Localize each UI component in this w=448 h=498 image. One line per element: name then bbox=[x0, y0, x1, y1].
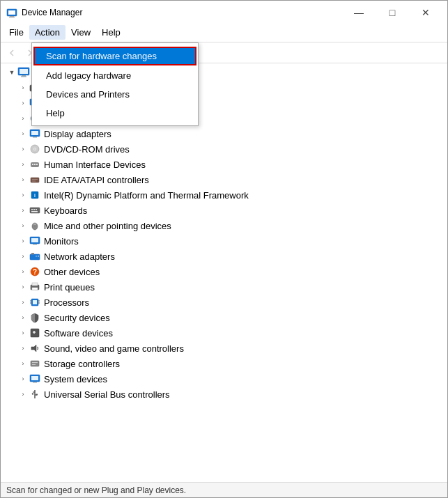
dropdown-devices-printers[interactable]: Devices and Printers bbox=[32, 85, 198, 104]
item-label-6: IDE ATA/ATAPI controllers bbox=[44, 175, 149, 185]
maximize-button[interactable]: □ bbox=[376, 4, 408, 21]
app-icon bbox=[6, 7, 17, 18]
tree-item[interactable]: › ? Other devices bbox=[1, 264, 447, 279]
item-icon-monitor bbox=[29, 235, 41, 247]
expand-icon-8: › bbox=[17, 205, 29, 216]
minimize-button[interactable]: — bbox=[343, 4, 375, 21]
item-label-13: Print queues bbox=[44, 282, 95, 293]
tree-item[interactable]: › Network adapters bbox=[1, 249, 447, 264]
tree-item[interactable]: › Universal Serial Bus controllers bbox=[1, 387, 447, 402]
item-icon-other: ? bbox=[29, 265, 41, 278]
expand-icon-12: › bbox=[17, 266, 29, 277]
item-icon-keyboard bbox=[29, 204, 41, 217]
svg-text:?: ? bbox=[33, 268, 37, 276]
svg-rect-49 bbox=[33, 244, 37, 245]
expand-icon-10: › bbox=[17, 235, 29, 247]
svg-rect-26 bbox=[33, 137, 37, 138]
item-label-7: Intel(R) Dynamic Platform and Thermal Fr… bbox=[44, 190, 249, 201]
svg-rect-12 bbox=[20, 69, 28, 74]
item-icon-sound bbox=[29, 342, 41, 355]
svg-rect-40 bbox=[31, 209, 33, 210]
svg-rect-39 bbox=[30, 208, 40, 213]
item-label-15: Security devices bbox=[44, 313, 110, 323]
tree-item[interactable]: › Sound, video and game controllers bbox=[1, 341, 447, 356]
svg-rect-48 bbox=[31, 238, 38, 242]
item-icon-storage bbox=[29, 357, 41, 370]
svg-rect-73 bbox=[31, 376, 38, 380]
expand-icon-19: › bbox=[17, 373, 29, 384]
svg-rect-57 bbox=[32, 283, 38, 286]
menu-bar: File Action View Help Scan for hardware … bbox=[1, 23, 447, 42]
item-label-16: Software devices bbox=[44, 328, 113, 339]
tree-item[interactable]: › Storage controllers bbox=[1, 356, 447, 371]
menu-file[interactable]: File bbox=[3, 25, 29, 40]
expand-icon-20: › bbox=[17, 389, 29, 400]
svg-text:i: i bbox=[34, 193, 36, 198]
item-icon-usb bbox=[29, 388, 41, 400]
expand-icon-3: › bbox=[17, 128, 29, 139]
window-controls: — □ ✕ bbox=[343, 4, 442, 21]
item-label-18: Storage controllers bbox=[44, 359, 120, 369]
menu-action[interactable]: Action bbox=[29, 25, 65, 40]
window-title: Device Manager bbox=[22, 8, 343, 17]
item-label-3: Display adapters bbox=[44, 129, 111, 139]
item-icon-network bbox=[29, 250, 41, 263]
svg-rect-32 bbox=[34, 164, 36, 165]
item-label-11: Network adapters bbox=[44, 251, 115, 262]
svg-rect-65 bbox=[31, 329, 39, 337]
item-icon-intel: i bbox=[29, 189, 41, 201]
item-icon-mouse bbox=[29, 219, 41, 232]
svg-rect-79 bbox=[36, 394, 38, 396]
tree-item[interactable]: › IDE ATA/ATAPI controllers bbox=[1, 172, 447, 187]
svg-rect-69 bbox=[31, 361, 39, 366]
close-button[interactable]: ✕ bbox=[410, 4, 442, 21]
menu-view[interactable]: View bbox=[65, 25, 96, 40]
tree-item[interactable]: › Software devices bbox=[1, 325, 447, 341]
tree-item[interactable]: › Human Interface Devices bbox=[1, 157, 447, 172]
svg-marker-68 bbox=[31, 345, 36, 352]
item-label-4: DVD/CD-ROM drives bbox=[44, 144, 130, 155]
tree-item[interactable]: › Security devices bbox=[1, 310, 447, 325]
menu-help[interactable]: Help bbox=[96, 25, 126, 40]
tree-item[interactable]: › Processors bbox=[1, 295, 447, 310]
item-label-20: Universal Serial Bus controllers bbox=[44, 389, 170, 400]
svg-rect-42 bbox=[36, 209, 37, 210]
title-bar: Device Manager — □ ✕ bbox=[1, 1, 447, 23]
tree-item[interactable]: › System devices bbox=[1, 371, 447, 387]
back-button[interactable] bbox=[3, 45, 20, 61]
svg-rect-51 bbox=[38, 256, 39, 257]
svg-rect-41 bbox=[33, 209, 35, 210]
status-text: Scan for changed or new Plug and Play de… bbox=[6, 485, 186, 495]
tree-item[interactable]: › Print queues bbox=[1, 279, 447, 295]
device-manager-window: Device Manager — □ ✕ File Action View He… bbox=[0, 0, 448, 498]
dropdown-help[interactable]: Help bbox=[32, 104, 198, 123]
item-icon-system bbox=[29, 373, 41, 385]
expand-icon-6: › bbox=[17, 174, 29, 185]
tree-item[interactable]: › DVD/CD-ROM drives bbox=[1, 141, 447, 157]
item-icon-dvd bbox=[29, 143, 41, 155]
expand-icon-1: › bbox=[17, 98, 29, 109]
item-label-8: Keyboards bbox=[44, 205, 87, 216]
device-tree[interactable]: ▼ DESKTOP-PC › Cameras › Computer › bbox=[1, 63, 447, 482]
svg-rect-74 bbox=[33, 382, 37, 383]
item-label-14: Processors bbox=[44, 297, 89, 308]
svg-rect-58 bbox=[32, 288, 38, 290]
tree-item[interactable]: › i Intel(R) Dynamic Platform and Therma… bbox=[1, 187, 447, 203]
svg-rect-35 bbox=[32, 179, 38, 180]
tree-item[interactable]: › Mice and other pointing devices bbox=[1, 218, 447, 233]
svg-point-29 bbox=[34, 148, 36, 150]
tree-item[interactable]: › Keyboards bbox=[1, 203, 447, 218]
tree-item[interactable]: › Display adapters bbox=[1, 126, 447, 141]
item-label-12: Other devices bbox=[44, 267, 100, 277]
svg-rect-14 bbox=[21, 77, 26, 77]
dropdown-add-legacy[interactable]: Add legacy hardware bbox=[32, 66, 198, 85]
tree-item[interactable]: › Monitors bbox=[1, 233, 447, 249]
item-icon-hid bbox=[29, 158, 41, 171]
item-icon-ide bbox=[29, 173, 41, 186]
expand-icon-15: › bbox=[17, 312, 29, 323]
expand-icon-9: › bbox=[17, 220, 29, 231]
svg-rect-60 bbox=[33, 300, 37, 304]
dropdown-scan-hardware[interactable]: Scan for hardware changes bbox=[33, 47, 196, 65]
item-icon-display bbox=[29, 127, 41, 140]
svg-rect-31 bbox=[32, 164, 33, 165]
